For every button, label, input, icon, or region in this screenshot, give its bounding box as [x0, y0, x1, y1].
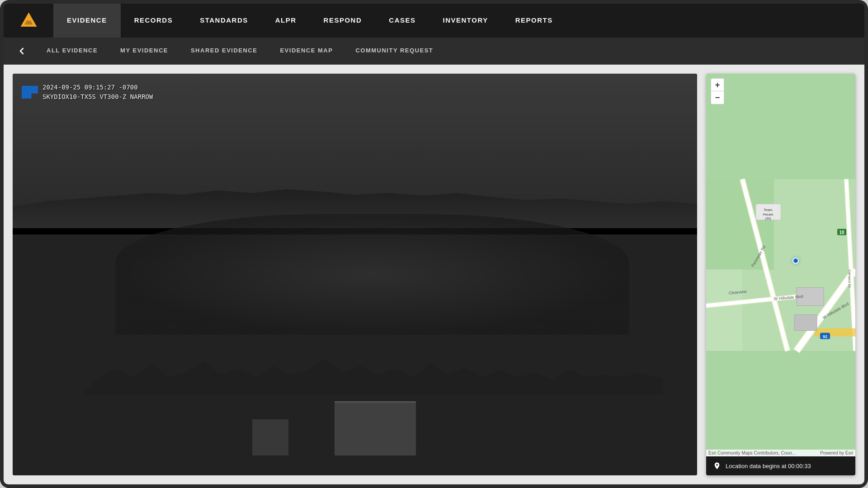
zoom-out-button[interactable]: −: [711, 91, 724, 104]
back-button[interactable]: [8, 47, 35, 56]
nav-item-evidence[interactable]: EVIDENCE: [53, 4, 121, 38]
top-navigation: EVIDENCE RECORDS STANDARDS ALPR RESPOND …: [4, 4, 864, 38]
app-logo: [19, 10, 39, 31]
location-text: Location data begins at 00:00:33: [726, 463, 811, 469]
nav-item-inventory[interactable]: INVENTORY: [429, 4, 501, 38]
zoom-in-button[interactable]: +: [711, 79, 724, 91]
nav-item-reports[interactable]: REPORTS: [502, 4, 566, 38]
svg-rect-5: [706, 270, 742, 351]
building-1: [335, 401, 416, 455]
nav-item-standards[interactable]: STANDARDS: [186, 4, 262, 38]
nav-item-respond[interactable]: RESPOND: [310, 4, 376, 38]
laptop-frame: EVIDENCE RECORDS STANDARDS ALPR RESPOND …: [0, 0, 868, 488]
timestamp-date: 2024-09-25 09:15:27 -0700: [42, 83, 153, 92]
subnav-shared-evidence[interactable]: SHARED EVIDENCE: [179, 38, 269, 65]
sub-navigation: ALL EVIDENCE MY EVIDENCE SHARED EVIDENCE…: [4, 38, 864, 65]
subnav-all-evidence[interactable]: ALL EVIDENCE: [35, 38, 109, 65]
subnav-my-evidence[interactable]: MY EVIDENCE: [109, 38, 179, 65]
location-dot: [793, 258, 799, 264]
subnav-community-request[interactable]: COMMUNITY REQUEST: [344, 38, 444, 65]
map-area: 10 Team House (30) Perimeter Rd W Hillsd…: [706, 74, 855, 456]
svg-text:(30): (30): [765, 217, 771, 221]
svg-text:House: House: [763, 212, 774, 216]
map-svg: 10 Team House (30) Perimeter Rd W Hillsd…: [706, 74, 855, 456]
tree-area: [115, 214, 629, 335]
attribution-text: Esri Community Maps Contributors, Coun..…: [708, 450, 796, 455]
nav-item-cases[interactable]: CASES: [375, 4, 429, 38]
map-zoom-controls: + −: [711, 78, 724, 104]
map-attribution: Esri Community Maps Contributors, Coun..…: [706, 450, 855, 456]
svg-rect-10: [794, 315, 817, 331]
video-content: [13, 74, 697, 475]
timestamp-text: 2024-09-25 09:15:27 -0700 SKYDIOX10-TX5S…: [42, 83, 153, 102]
screen: EVIDENCE RECORDS STANDARDS ALPR RESPOND …: [4, 4, 864, 484]
location-pin-icon: [713, 462, 721, 470]
building-2: [252, 419, 288, 455]
timestamp-device: SKYDIOX10-TX5S VT300-Z NARROW: [42, 92, 153, 102]
main-content: 2024-09-25 09:15:27 -0700 SKYDIOX10-TX5S…: [4, 65, 864, 484]
svg-text:92: 92: [823, 334, 827, 339]
nav-item-records[interactable]: RECORDS: [121, 4, 187, 38]
map-panel: 10 Team House (30) Perimeter Rd W Hillsd…: [706, 74, 855, 475]
skydiox-logo: [22, 86, 38, 99]
powered-by: Powered by Esri: [820, 450, 853, 455]
video-panel: 2024-09-25 09:15:27 -0700 SKYDIOX10-TX5S…: [13, 74, 697, 475]
svg-text:Team: Team: [764, 208, 773, 212]
location-bar: Location data begins at 00:00:33: [706, 456, 855, 475]
logo-area[interactable]: [4, 4, 53, 38]
nav-item-alpr[interactable]: ALPR: [262, 4, 310, 38]
subnav-evidence-map[interactable]: EVIDENCE MAP: [269, 38, 344, 65]
svg-text:Campus Dr: Campus Dr: [848, 270, 852, 288]
svg-text:10: 10: [839, 230, 844, 235]
timestamp-overlay: 2024-09-25 09:15:27 -0700 SKYDIOX10-TX5S…: [22, 83, 153, 102]
